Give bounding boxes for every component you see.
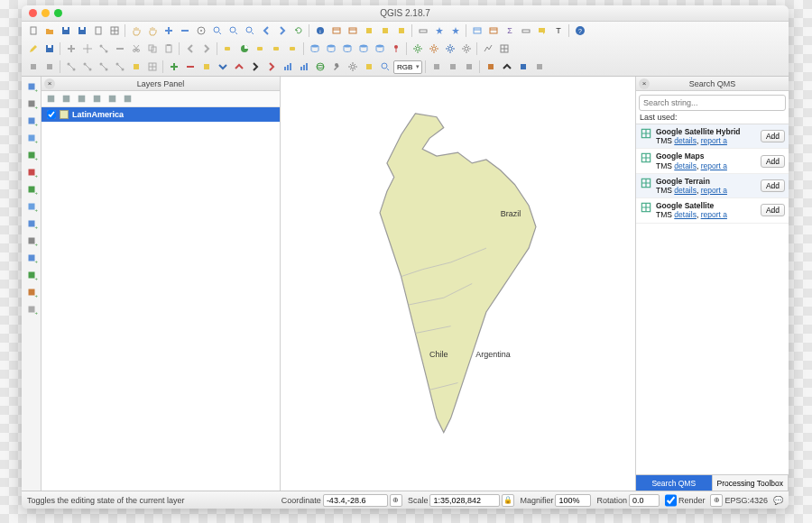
zoom-in-icon[interactable] bbox=[161, 23, 176, 39]
search-icon[interactable] bbox=[377, 60, 392, 75]
paste-icon[interactable] bbox=[161, 41, 176, 57]
qms-add-button[interactable]: Add bbox=[761, 130, 785, 142]
import-icon[interactable] bbox=[263, 60, 279, 75]
qms-item-link[interactable]: details bbox=[674, 161, 697, 170]
zoom-out-icon[interactable] bbox=[177, 23, 192, 39]
layers-add-icon[interactable] bbox=[60, 92, 73, 106]
plugin-b-icon[interactable] bbox=[426, 41, 441, 57]
qms-add-button[interactable]: Add bbox=[761, 155, 785, 168]
label-change-icon[interactable] bbox=[285, 41, 300, 57]
scale-input[interactable] bbox=[429, 494, 500, 507]
misc-a-icon[interactable] bbox=[429, 60, 444, 75]
delete-icon[interactable] bbox=[112, 41, 127, 57]
print-composer-icon[interactable] bbox=[90, 23, 106, 39]
pan-icon[interactable] bbox=[128, 23, 143, 39]
arrow-down-icon[interactable] bbox=[215, 60, 230, 75]
attribute-table-icon[interactable] bbox=[328, 23, 344, 39]
misc-c-icon[interactable] bbox=[461, 60, 476, 75]
render-checkbox[interactable] bbox=[665, 494, 677, 507]
layers-tree[interactable]: LatinAmerica bbox=[42, 107, 280, 491]
copy-icon[interactable] bbox=[144, 41, 160, 57]
new-project-icon[interactable] bbox=[25, 23, 41, 39]
messages-icon[interactable]: 💬 bbox=[773, 496, 783, 505]
label-rotate-icon[interactable] bbox=[269, 41, 284, 57]
layers-expand-icon[interactable] bbox=[90, 92, 104, 106]
panel-tab[interactable]: Search QMS bbox=[636, 475, 713, 491]
rgb-combo[interactable]: RGB bbox=[393, 60, 422, 74]
gear-icon[interactable] bbox=[345, 60, 360, 75]
layers-collapse-icon[interactable] bbox=[106, 92, 119, 106]
node-tool-icon[interactable] bbox=[96, 41, 111, 57]
layer-row[interactable]: LatinAmerica bbox=[42, 107, 280, 122]
misc-b-icon[interactable] bbox=[445, 60, 460, 75]
stats-icon[interactable]: Σ bbox=[502, 23, 517, 39]
scale-lock-icon[interactable]: 🔒 bbox=[502, 494, 514, 507]
qms-item-link[interactable]: report a bbox=[701, 186, 727, 195]
add-oracle-icon[interactable]: + bbox=[23, 164, 40, 180]
chart2-icon[interactable] bbox=[296, 60, 311, 75]
coord-toggle-icon[interactable]: ⊕ bbox=[390, 494, 402, 507]
table-icon[interactable] bbox=[469, 23, 484, 39]
misc-g-icon[interactable] bbox=[531, 60, 547, 75]
select-icon[interactable] bbox=[361, 23, 376, 39]
select-expr-icon[interactable] bbox=[377, 23, 392, 39]
db2-icon[interactable] bbox=[323, 41, 338, 57]
add-postgis-icon[interactable]: + bbox=[23, 113, 40, 129]
qms-item-link[interactable]: report a bbox=[701, 210, 727, 219]
calc-icon[interactable] bbox=[485, 23, 501, 39]
magnifier-input[interactable] bbox=[555, 494, 591, 507]
adv-b-icon[interactable] bbox=[79, 60, 95, 75]
add-wcs-icon[interactable]: + bbox=[23, 198, 40, 215]
panel-tab[interactable]: Processing Toolbox bbox=[713, 475, 789, 491]
add-feature-icon[interactable] bbox=[63, 41, 78, 57]
pin-icon[interactable] bbox=[388, 41, 403, 57]
adv-f-icon[interactable] bbox=[144, 60, 160, 75]
cad-b-icon[interactable] bbox=[182, 60, 198, 75]
db4-icon[interactable] bbox=[355, 41, 371, 57]
new-spatialite-icon[interactable]: + bbox=[23, 267, 40, 283]
adv-e-icon[interactable] bbox=[128, 60, 143, 75]
layers-remove-icon[interactable] bbox=[121, 92, 134, 106]
zoom-last-icon[interactable] bbox=[258, 23, 273, 39]
bookmarks-icon[interactable] bbox=[431, 23, 447, 39]
zoom-full-icon[interactable] bbox=[209, 23, 225, 39]
add-mssql-icon[interactable]: + bbox=[23, 147, 40, 163]
db-icon[interactable] bbox=[307, 41, 322, 57]
save-edits-icon[interactable] bbox=[42, 41, 57, 57]
plugin-c-icon[interactable] bbox=[442, 41, 457, 57]
plugin-a-icon[interactable] bbox=[410, 41, 425, 57]
measure-icon[interactable] bbox=[415, 23, 430, 39]
refresh-icon[interactable] bbox=[291, 23, 306, 39]
new-gpx-icon[interactable]: + bbox=[23, 284, 40, 300]
gps-icon[interactable]: + bbox=[23, 301, 40, 317]
zoom-next-icon[interactable] bbox=[274, 23, 290, 39]
adv-d-icon[interactable] bbox=[112, 60, 127, 75]
misc-e-icon[interactable] bbox=[499, 60, 514, 75]
add-wms-icon[interactable]: + bbox=[23, 181, 40, 197]
composer-manager-icon[interactable] bbox=[106, 23, 122, 39]
add-vector-icon[interactable]: + bbox=[23, 78, 40, 95]
edit-toggle-icon[interactable] bbox=[25, 41, 41, 57]
annotation-icon[interactable] bbox=[534, 23, 549, 39]
zoom-selection-icon[interactable] bbox=[226, 23, 241, 39]
add-csv-icon[interactable]: + bbox=[23, 233, 40, 249]
deselect-icon[interactable] bbox=[393, 23, 409, 39]
layer-visibility-checkbox[interactable] bbox=[47, 110, 56, 119]
coord-input[interactable] bbox=[323, 494, 388, 507]
db3-icon[interactable] bbox=[339, 41, 355, 57]
misc-d-icon[interactable] bbox=[483, 60, 498, 75]
add-wfs-icon[interactable]: + bbox=[23, 216, 40, 232]
globe-icon[interactable] bbox=[312, 60, 328, 75]
layers-style-icon[interactable] bbox=[44, 92, 58, 106]
cad-c-icon[interactable] bbox=[198, 60, 214, 75]
save-as-icon[interactable] bbox=[74, 23, 89, 39]
pan-to-selection-icon[interactable] bbox=[144, 23, 160, 39]
qms-item-link[interactable]: report a bbox=[701, 136, 727, 145]
add-raster-icon[interactable]: + bbox=[23, 96, 40, 112]
chart-icon[interactable] bbox=[280, 60, 295, 75]
vector-icon[interactable] bbox=[480, 41, 495, 57]
add-spatialite-icon[interactable]: + bbox=[23, 130, 40, 146]
adv-a-icon[interactable] bbox=[63, 60, 78, 75]
text-annotation-icon[interactable]: T bbox=[550, 23, 566, 39]
new-shapefile-icon[interactable]: + bbox=[23, 250, 40, 266]
